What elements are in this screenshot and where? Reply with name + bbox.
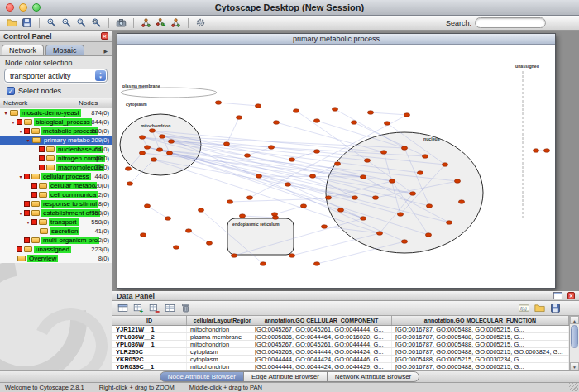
- select-nodes-checkbox[interactable]: [7, 87, 15, 95]
- tree-item-macromolecule[interactable]: macromolecule31(0): [0, 163, 112, 172]
- zoom-fit-icon[interactable]: [89, 17, 103, 30]
- tree-item-multi-organism-pro[interactable]: multi-organism pro2(0): [0, 236, 112, 245]
- tree-item-cellular-process[interactable]: ▾cellular process44(0): [0, 172, 112, 181]
- export-attributes-icon[interactable]: [548, 302, 562, 315]
- column-header-id[interactable]: ID: [112, 316, 187, 325]
- table-cell: [GO:0016787, GO:0005488, GO:0005215, G..…: [392, 363, 569, 370]
- table-row[interactable]: YPL036W__1mitochondrion[GO:0045267, GO:0…: [112, 341, 569, 348]
- table-row[interactable]: YKR052Ccytoplasm[GO:0044444, GO:0044424,…: [112, 356, 569, 363]
- scroll-up-icon[interactable]: [570, 316, 579, 324]
- table-row[interactable]: YJR121W__1mitochondrion[GO:0045267, GO:0…: [112, 326, 569, 333]
- status-pan-hint: Middle-click + drag to PAN: [189, 384, 262, 391]
- network-node: [173, 246, 179, 250]
- network-node: [223, 142, 229, 146]
- tree-item-response-to-stimul[interactable]: response to stimul8(0): [0, 199, 112, 208]
- resize-grip-icon[interactable]: [569, 383, 578, 391]
- select-attributes-icon[interactable]: [116, 302, 130, 315]
- vizmapper-icon[interactable]: [194, 17, 208, 30]
- svg-text:plasma membrane: plasma membrane: [122, 84, 160, 88]
- tree-item-unassigned[interactable]: unassigned223(0): [0, 245, 112, 254]
- expand-icon[interactable]: ▾: [17, 128, 24, 134]
- title-bar[interactable]: Cytoscape Desktop (New Session): [0, 0, 579, 16]
- table-cell: mitochondrion: [187, 363, 251, 370]
- tree-item-cell-communica[interactable]: cell communica2(0): [0, 190, 112, 199]
- panel-tab-mosaic[interactable]: Mosaic: [45, 45, 84, 55]
- tree-item-overview[interactable]: Overview8(0): [0, 254, 112, 263]
- tab-scroll-right-icon[interactable]: [103, 48, 110, 55]
- network-node: [422, 155, 428, 159]
- snapshot-icon[interactable]: [114, 17, 128, 30]
- search-input[interactable]: [475, 17, 546, 28]
- table-row[interactable]: YPL036W__2plasma membrane[GO:0005886, GO…: [112, 333, 569, 341]
- column-header-3[interactable]: annotation.GO MOLECULAR_FUNCTION: [392, 316, 569, 325]
- close-data-panel-icon[interactable]: [567, 292, 575, 299]
- network-node: [397, 213, 403, 217]
- column-header-1[interactable]: __cellularLayoutRegion: [187, 316, 251, 325]
- tree-item-cellular-metabo[interactable]: cellular metabo20(0): [0, 181, 112, 190]
- network-view-window[interactable]: primary metabolic process plasma membran…: [117, 33, 556, 289]
- delete-attribute-icon[interactable]: [147, 302, 161, 315]
- network-overlay-icon[interactable]: [139, 17, 153, 30]
- zoom-out-icon[interactable]: [60, 17, 74, 30]
- panel-watermark: [0, 263, 112, 370]
- tab-edge-attribute-browser[interactable]: Edge Attribute Browser: [243, 371, 328, 382]
- tab-network-attribute-browser[interactable]: Network Attribute Browser: [327, 371, 419, 382]
- network-node: [325, 196, 331, 200]
- scrollbar-thumb[interactable]: [571, 325, 578, 348]
- tree-item-establishment-of-lo[interactable]: ▾establishment of lo558(0): [0, 208, 112, 218]
- table-cell: YLR295C: [112, 348, 187, 355]
- network-node: [372, 196, 378, 200]
- close-panel-icon[interactable]: [101, 32, 108, 40]
- expand-icon[interactable]: ▾: [25, 137, 31, 143]
- save-session-icon[interactable]: [20, 17, 34, 30]
- tree-item-nitrogen-compo[interactable]: nitrogen compo40(0): [0, 154, 112, 163]
- expand-icon[interactable]: ▾: [10, 119, 17, 125]
- create-attribute-icon[interactable]: +: [132, 302, 146, 315]
- tree-item-count: 558(0): [91, 218, 109, 226]
- tree-item-primary-metabo[interactable]: ▾primary metabo209(0): [0, 136, 112, 145]
- network-node: [159, 135, 165, 139]
- tree-item-count: 280(0): [91, 127, 109, 135]
- folder-icon: [31, 237, 40, 243]
- tree-item-mosaic-demo-yeast[interactable]: ▾mosaic-demo-yeast874(0): [0, 108, 112, 117]
- expand-icon[interactable]: ▾: [17, 174, 24, 179]
- merge-network-icon[interactable]: [169, 17, 183, 30]
- network-canvas[interactable]: plasma membranecytoplasmmitochondrionnuc…: [117, 45, 555, 288]
- delete-rows-icon[interactable]: [179, 302, 193, 315]
- attribute-toolbar-right: f(x): [517, 302, 562, 315]
- tree-item-secretion[interactable]: secretion41(0): [0, 227, 112, 236]
- zoom-in-icon[interactable]: [45, 17, 59, 30]
- expand-icon[interactable]: ▾: [17, 210, 24, 216]
- folder-icon: [39, 219, 47, 225]
- node-color-chip: [17, 119, 22, 125]
- folder-icon: [31, 174, 40, 179]
- function-builder-icon[interactable]: f(x): [517, 302, 531, 315]
- expand-icon[interactable]: ▾: [25, 219, 31, 225]
- tree-item-nucleobase-co[interactable]: nucleobase-co64(0): [0, 145, 112, 154]
- table-scrollbar[interactable]: [569, 316, 579, 370]
- tree-item-metabolic-process[interactable]: ▾metabolic process280(0): [0, 127, 112, 136]
- import-attributes-icon[interactable]: [533, 302, 547, 315]
- table-row[interactable]: YDR039C__1mitochondrion[GO:0044444, GO:0…: [112, 363, 569, 370]
- tree-item-label: metabolic process: [41, 127, 98, 135]
- node-color-dropdown[interactable]: transporter activity: [4, 69, 108, 83]
- tree-item-biological-process[interactable]: ▾biological_process844(0): [0, 117, 112, 127]
- table-cell: [GO:0016787, GO:0005488, GO:0005215, G..…: [392, 341, 569, 347]
- panel-tab-network[interactable]: Network: [2, 45, 44, 55]
- add-network-icon[interactable]: +: [154, 17, 168, 30]
- zoom-selected-region-icon[interactable]: [74, 17, 89, 30]
- network-node: [404, 113, 409, 117]
- network-node: [360, 217, 366, 221]
- tree-item-transport[interactable]: ▾transport558(0): [0, 218, 112, 227]
- attribute-table-icon[interactable]: [163, 302, 177, 315]
- open-session-icon[interactable]: [5, 17, 19, 30]
- tab-node-attribute-browser[interactable]: Node Attribute Browser: [160, 371, 244, 382]
- table-cell: cytoplasm: [187, 356, 251, 362]
- column-header-2[interactable]: annotation.GO CELLULAR_COMPONENT: [251, 316, 392, 325]
- scroll-down-icon[interactable]: [570, 362, 579, 370]
- table-row[interactable]: YLR295Ccytoplasm[GO:0045263, GO:0044444,…: [112, 348, 569, 356]
- float-panel-icon[interactable]: [551, 289, 565, 303]
- network-node: [198, 208, 203, 213]
- expand-icon[interactable]: ▾: [2, 110, 9, 116]
- control-panel: Control Panel NetworkMosaic Node color s…: [0, 31, 112, 370]
